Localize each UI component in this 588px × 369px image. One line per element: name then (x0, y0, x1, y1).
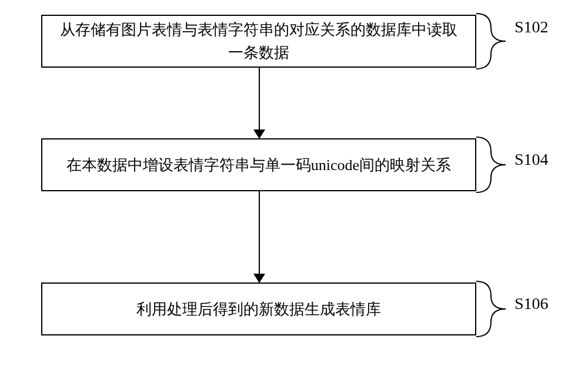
bracket-2-icon (476, 134, 506, 195)
arrow-1-line (259, 68, 260, 131)
step-box-2: 在本数据中增设表情字符串与单一码unicode间的映射关系 (41, 138, 476, 191)
step-label-1: S102 (514, 18, 549, 36)
bracket-3-icon (476, 278, 506, 340)
step-text-3: 利用处理后得到的新数据生成表情库 (136, 298, 381, 321)
flowchart-diagram: 从存储有图片表情与表情字符串的对应关系的数据库中读取一条数据 在本数据中增设表情… (0, 0, 588, 369)
arrow-1-head-icon (253, 129, 265, 139)
step-box-1: 从存储有图片表情与表情字符串的对应关系的数据库中读取一条数据 (41, 15, 476, 68)
step-label-2: S104 (514, 150, 549, 169)
step-text-2: 在本数据中增设表情字符串与单一码unicode间的映射关系 (66, 154, 451, 177)
step-box-3: 利用处理后得到的新数据生成表情库 (41, 282, 476, 335)
step-label-3: S106 (514, 294, 549, 313)
arrow-2-head-icon (253, 274, 265, 283)
arrow-2-line (259, 191, 260, 275)
step-text-1: 从存储有图片表情与表情字符串的对应关系的数据库中读取一条数据 (54, 18, 463, 64)
bracket-1-icon (476, 11, 506, 72)
